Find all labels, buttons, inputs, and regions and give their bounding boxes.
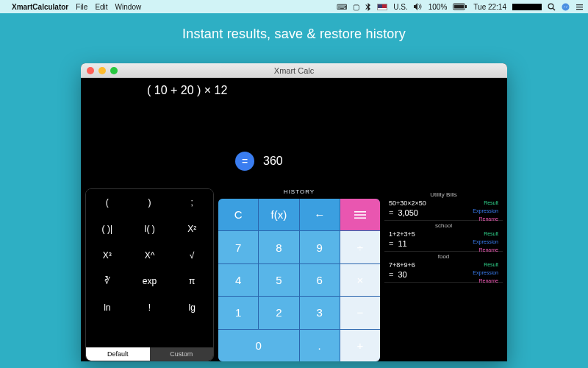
macos-menubar: XmartCalculator File Edit Window ⌨ ▢ U.S… bbox=[0, 0, 588, 13]
key-5[interactable]: 5 bbox=[259, 264, 298, 296]
history-item-title: Utility Bills bbox=[389, 191, 498, 198]
tab-default[interactable]: Default bbox=[86, 347, 150, 361]
key-backspace[interactable]: ← bbox=[300, 199, 340, 230]
key-cube[interactable]: X³ bbox=[86, 242, 129, 269]
key-cbrt[interactable]: ∛ bbox=[86, 268, 129, 294]
app-menu[interactable]: XmartCalculator bbox=[12, 3, 68, 11]
key-8[interactable]: 8 bbox=[259, 231, 298, 263]
key-exp[interactable]: exp bbox=[129, 268, 171, 294]
key-3[interactable]: 3 bbox=[300, 297, 340, 328]
key-blank1 bbox=[86, 321, 129, 347]
numeric-keypad-panel: HISTORY C f(x) ← 7 8 9 ÷ 4 5 6 × 1 2 3 − bbox=[218, 188, 380, 361]
key-pi[interactable]: π bbox=[171, 268, 213, 294]
history-label: HISTORY bbox=[218, 188, 380, 197]
svg-rect-1 bbox=[465, 5, 467, 8]
svg-rect-7 bbox=[576, 7, 583, 7]
equals-badge[interactable]: = bbox=[235, 152, 254, 171]
volume-pct: 100% bbox=[429, 3, 448, 11]
key-abs[interactable]: ( )| bbox=[86, 216, 129, 242]
history-item-title: food bbox=[389, 253, 498, 260]
spotlight-icon[interactable] bbox=[548, 3, 556, 11]
key-lg[interactable]: lg bbox=[171, 294, 213, 321]
window-title: Xmart Calc bbox=[81, 66, 507, 75]
history-item-result: 11 bbox=[398, 239, 406, 248]
key-subtract[interactable]: − bbox=[340, 297, 380, 328]
key-0[interactable]: 0 bbox=[218, 330, 299, 361]
input-source-flag[interactable] bbox=[377, 4, 387, 10]
list-icon bbox=[354, 210, 366, 219]
calculator-window: Xmart Calc ( 10 + 20 ) × 12 = 360 ( ) ; … bbox=[81, 63, 507, 361]
history-link-rename[interactable]: Rename bbox=[473, 277, 498, 285]
key-clear[interactable]: C bbox=[218, 199, 258, 230]
history-link-result[interactable]: Result bbox=[473, 230, 498, 238]
history-item-result: 30 bbox=[398, 270, 406, 279]
tab-custom[interactable]: Custom bbox=[150, 347, 214, 361]
svg-rect-9 bbox=[354, 211, 366, 213]
key-multiply[interactable]: × bbox=[340, 264, 380, 296]
history-link-result[interactable]: Result bbox=[473, 199, 498, 207]
svg-rect-8 bbox=[576, 9, 583, 10]
notification-center-icon[interactable] bbox=[576, 3, 584, 11]
key-9[interactable]: 9 bbox=[300, 231, 340, 263]
key-divide[interactable]: ÷ bbox=[340, 231, 380, 263]
key-2[interactable]: 2 bbox=[259, 297, 298, 328]
calculator-display: ( 10 + 20 ) × 12 = 360 bbox=[81, 78, 507, 188]
history-link-result[interactable]: Result bbox=[473, 261, 498, 269]
svg-rect-11 bbox=[354, 217, 366, 219]
history-item[interactable]: school 1+2+3+5 =11 Result Expression Ren… bbox=[384, 221, 503, 252]
svg-rect-2 bbox=[454, 5, 464, 9]
key-square[interactable]: X² bbox=[171, 216, 213, 242]
key-decimal[interactable]: . bbox=[300, 330, 340, 361]
volume-icon[interactable] bbox=[414, 3, 423, 10]
bluetooth-icon[interactable] bbox=[365, 3, 371, 11]
history-panel: Utility Bills 50+30×2×50 =3,050 Result E… bbox=[384, 188, 503, 361]
key-floor[interactable]: I( ) bbox=[129, 216, 171, 242]
airplay-icon[interactable]: ▢ bbox=[353, 3, 359, 11]
key-factorial[interactable]: ! bbox=[129, 294, 171, 321]
svg-rect-6 bbox=[576, 4, 583, 5]
key-close-paren[interactable]: ) bbox=[129, 189, 171, 216]
key-power[interactable]: X^ bbox=[129, 242, 171, 269]
key-sqrt[interactable]: √ bbox=[171, 242, 213, 269]
key-4[interactable]: 4 bbox=[218, 264, 258, 296]
menu-window[interactable]: Window bbox=[115, 3, 142, 11]
input-source-label: U.S. bbox=[393, 3, 407, 11]
svg-point-5 bbox=[562, 3, 570, 10]
window-titlebar[interactable]: Xmart Calc bbox=[81, 63, 507, 78]
key-semicolon[interactable]: ; bbox=[171, 189, 213, 216]
history-item[interactable]: Utility Bills 50+30×2×50 =3,050 Result E… bbox=[384, 190, 503, 221]
key-history-list[interactable] bbox=[340, 199, 380, 230]
history-item[interactable]: food 7+8+9+6 =30 Result Expression Renam… bbox=[384, 252, 503, 283]
key-ln[interactable]: ln bbox=[86, 294, 129, 321]
keyboard-icon[interactable]: ⌨ bbox=[337, 3, 347, 11]
history-item-result: 3,050 bbox=[398, 208, 418, 217]
menu-edit[interactable]: Edit bbox=[95, 3, 107, 11]
svg-line-4 bbox=[553, 8, 555, 10]
history-link-expression[interactable]: Expression bbox=[473, 207, 498, 215]
key-add[interactable]: + bbox=[340, 330, 380, 361]
messenger-icon[interactable] bbox=[562, 3, 570, 11]
history-item-title: school bbox=[389, 222, 498, 229]
battery-icon[interactable] bbox=[453, 3, 467, 10]
svg-point-3 bbox=[548, 4, 553, 9]
key-1[interactable]: 1 bbox=[218, 297, 258, 328]
key-6[interactable]: 6 bbox=[300, 264, 340, 296]
key-open-paren[interactable]: ( bbox=[86, 189, 129, 216]
svg-rect-10 bbox=[354, 214, 366, 216]
menu-file[interactable]: File bbox=[76, 3, 87, 11]
key-fx[interactable]: f(x) bbox=[259, 199, 298, 230]
key-blank3 bbox=[171, 321, 213, 347]
redacted-area bbox=[512, 4, 542, 10]
key-blank2 bbox=[129, 321, 171, 347]
result-text: 360 bbox=[263, 155, 283, 168]
expression-text: ( 10 + 20 ) × 12 bbox=[147, 84, 227, 97]
history-link-expression[interactable]: Expression bbox=[473, 269, 498, 277]
key-7[interactable]: 7 bbox=[218, 231, 258, 263]
menubar-clock[interactable]: Tue 22:14 bbox=[473, 3, 506, 11]
promo-tagline: Instant results, save & restore history bbox=[0, 26, 588, 42]
advanced-keypad: ( ) ; ( )| I( ) X² X³ X^ √ ∛ exp π ln ! … bbox=[85, 188, 214, 361]
history-link-expression[interactable]: Expression bbox=[473, 238, 498, 246]
